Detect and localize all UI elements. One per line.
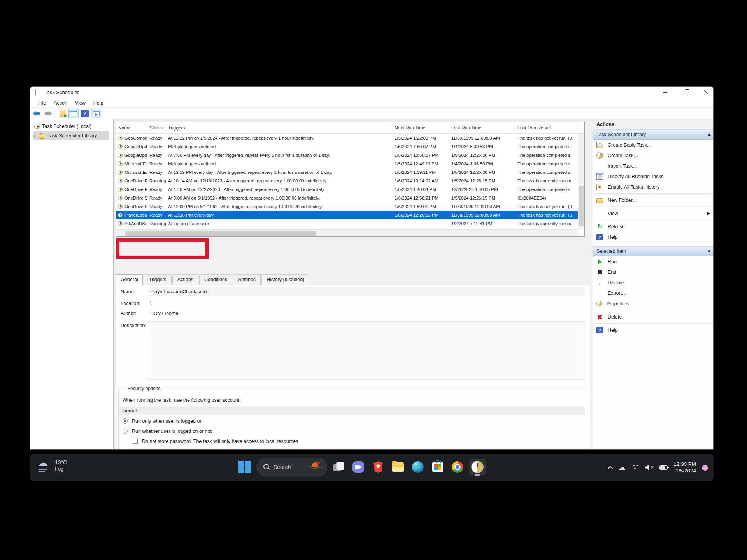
task-row[interactable]: MicrosoftEd… Ready Multiple triggers def… xyxy=(116,159,584,168)
task-row[interactable]: OneDrive Re… Ready At 1:40 PM on 12/27/2… xyxy=(116,185,584,194)
task-row[interactable]: GoogleUpda… Ready At 7:50 PM every day -… xyxy=(116,151,584,159)
help-icon[interactable]: ? xyxy=(81,110,89,117)
column-header[interactable]: Status xyxy=(147,124,166,132)
minimize-button[interactable] xyxy=(658,88,672,97)
action-item[interactable]: New Folder… xyxy=(593,195,714,205)
details-tab[interactable]: History (disabled) xyxy=(261,274,309,285)
back-icon[interactable] xyxy=(33,110,41,117)
close-button[interactable] xyxy=(700,88,713,97)
radio-run-only-logged-on[interactable] xyxy=(123,418,128,424)
radio-run-logged-on-or-not[interactable] xyxy=(123,429,128,434)
column-header[interactable]: Triggers xyxy=(166,124,392,132)
task-row[interactable]: OneDrive Sta… Ready At 12:00 PM on 5/1/1… xyxy=(116,202,584,211)
action-item[interactable]: ↓ Disable xyxy=(593,277,714,288)
menu-item[interactable]: Action xyxy=(50,99,71,107)
taskbar-app-button[interactable] xyxy=(330,459,347,475)
menu-item[interactable]: View xyxy=(71,99,89,107)
battery-icon[interactable] xyxy=(659,466,668,470)
actions-pane: Actions Task Scheduler Library Create Ba… xyxy=(593,119,714,450)
scrollbar-thumb[interactable] xyxy=(579,186,584,226)
task-row[interactable]: GoogleUpda… Ready Multiple triggers defi… xyxy=(116,142,584,151)
general-tab-panel: Name: PlayerLocationCheck.cmd Location: … xyxy=(116,285,590,450)
action-item[interactable] xyxy=(593,322,714,325)
column-header[interactable]: Last Run Time xyxy=(449,124,515,132)
taskbar-app-button[interactable] xyxy=(350,459,366,475)
selected-item-section-header[interactable]: Selected Item xyxy=(593,246,714,256)
task-row[interactable]: MicrosoftEd… Ready At 12:19 PM every day… xyxy=(116,168,584,177)
details-tab[interactable]: Conditions xyxy=(199,274,232,285)
clock-widget[interactable]: 12:30 PM 1/5/2024 xyxy=(673,461,696,474)
menu-item[interactable]: File xyxy=(34,99,50,107)
search-box[interactable]: Search xyxy=(257,458,327,476)
details-tab[interactable]: General xyxy=(116,274,143,286)
action-item[interactable]: Enable All Tasks History xyxy=(593,182,714,192)
chevron-right-icon[interactable]: › xyxy=(33,133,37,139)
column-header[interactable]: Name xyxy=(116,124,147,132)
task-row[interactable]: OneDrive Sta… Ready At 9:00 AM on 5/1/19… xyxy=(116,194,584,202)
action-item[interactable] xyxy=(593,219,714,221)
action-item[interactable]: Properties xyxy=(593,298,714,309)
task-clock-icon xyxy=(118,213,123,217)
action-item[interactable]: View xyxy=(593,208,714,219)
weather-widget[interactable]: ☁ 13°C Fog xyxy=(37,458,67,472)
library-section-header[interactable]: Task Scheduler Library xyxy=(593,130,714,140)
action-item[interactable]: ? Help xyxy=(593,232,714,242)
checkbox-run-highest-privileges[interactable] xyxy=(123,449,128,450)
horizontal-scrollbar[interactable] xyxy=(116,229,578,236)
chat-icon xyxy=(352,461,364,473)
task-name: OneDrive Re… xyxy=(124,177,147,185)
collapse-icon[interactable] xyxy=(708,250,711,252)
task-row[interactable]: GeoComply … Ready At 12:22 PM on 1/5/202… xyxy=(116,134,584,142)
action-item[interactable]: ? Help xyxy=(593,325,714,335)
description-field[interactable] xyxy=(148,321,585,380)
column-header[interactable]: Last Run Result xyxy=(515,124,578,132)
scrollbar-thumb[interactable] xyxy=(125,231,316,236)
action-item[interactable] xyxy=(593,309,714,312)
notification-bell-icon[interactable] xyxy=(702,464,708,471)
action-item[interactable]: Import Task… xyxy=(593,161,714,171)
collapse-icon[interactable] xyxy=(708,133,711,136)
console-tree-toggle[interactable] xyxy=(68,109,79,118)
export-list-icon[interactable] xyxy=(60,110,66,117)
action-item[interactable]: Create Basic Task… xyxy=(593,140,714,150)
taskbar-app-button[interactable] xyxy=(430,459,446,475)
task-row[interactable]: OneDrive Re… Running At 10:14 AM on 12/1… xyxy=(116,177,584,185)
column-header[interactable]: Next Run Time xyxy=(392,124,449,132)
tree-item-task-scheduler-library[interactable]: › Task Scheduler Library xyxy=(33,131,109,140)
restore-button[interactable] xyxy=(679,88,692,97)
task-row[interactable]: PtkAudUSer… Running At log on of any use… xyxy=(116,219,584,228)
vertical-scrollbar[interactable] xyxy=(578,134,584,229)
action-item[interactable]: Export… xyxy=(593,288,714,298)
forward-icon[interactable] xyxy=(44,110,52,117)
tree-item-task-scheduler-local[interactable]: Task Scheduler (Local) xyxy=(34,122,113,131)
action-item[interactable]: End xyxy=(593,267,714,277)
checkbox-do-not-store-password[interactable] xyxy=(133,439,138,444)
actions-pane-title: Actions xyxy=(593,119,714,130)
taskbar-app-button[interactable] xyxy=(469,459,486,475)
action-pane-icon xyxy=(93,111,100,116)
taskbar-app-button[interactable] xyxy=(390,459,406,475)
taskbar-app-button[interactable] xyxy=(370,459,386,475)
action-pane-toggle[interactable] xyxy=(91,109,101,118)
onedrive-icon[interactable]: ☁ xyxy=(618,463,626,472)
taskbar-app-button[interactable] xyxy=(449,459,466,475)
action-item[interactable]: ↻ Refresh xyxy=(593,221,714,232)
action-item[interactable] xyxy=(593,205,714,208)
menu-item[interactable]: Help xyxy=(89,99,107,107)
task-row[interactable]: PlayerLocatio… Ready At 12:26 PM every d… xyxy=(116,211,584,219)
details-tab[interactable]: Settings xyxy=(233,274,261,285)
action-item[interactable]: Display All Running Tasks xyxy=(593,171,714,182)
action-item[interactable]: Create Task… xyxy=(593,150,714,161)
start-button[interactable] xyxy=(238,461,252,474)
details-tab[interactable]: Actions xyxy=(172,274,198,285)
wifi-icon[interactable] xyxy=(631,464,639,471)
action-item[interactable]: Run xyxy=(593,256,714,267)
menu-bar: File Action View Help xyxy=(30,98,713,108)
action-item[interactable]: Delete xyxy=(593,312,714,322)
volume-mute-icon[interactable] xyxy=(645,465,654,471)
folder-icon xyxy=(39,135,45,139)
details-tab[interactable]: Triggers xyxy=(144,274,171,285)
action-item[interactable] xyxy=(593,192,714,195)
tray-chevron-up-icon[interactable] xyxy=(608,466,613,471)
taskbar-app-button[interactable] xyxy=(410,459,426,475)
